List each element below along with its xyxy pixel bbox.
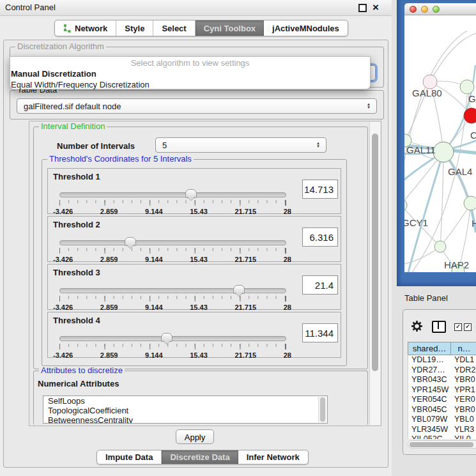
- thresholds-group-title: Threshold's Coordinates for 5 Intervals: [47, 155, 194, 164]
- cell-name[interactable]: YBL0: [450, 415, 476, 425]
- node-gal80[interactable]: [423, 75, 437, 89]
- close-window-icon[interactable]: [410, 6, 417, 13]
- checkbox-icon-1[interactable]: ✓: [454, 323, 462, 331]
- node-hap2[interactable]: [434, 241, 446, 252]
- cell-name[interactable]: YER0: [450, 395, 476, 405]
- slider-track[interactable]: [59, 336, 286, 341]
- float-panel-icon[interactable]: [358, 4, 367, 12]
- cell-shared-name[interactable]: YPR145W: [408, 385, 450, 395]
- tab-jactivemnodules[interactable]: jActiveMNodules: [264, 20, 348, 36]
- cell-shared-name[interactable]: YLR345W: [408, 425, 450, 435]
- cell-name[interactable]: YBR0: [450, 405, 476, 415]
- threshold-slider[interactable]: -3.426 2.859 9.144 15.43 21.715 28: [59, 237, 286, 261]
- cell-shared-name[interactable]: YER054C: [408, 395, 450, 405]
- table-row[interactable]: YIL052C YIL0: [408, 434, 476, 439]
- algorithm-option-equal-width[interactable]: Equal Width/Frequency Discretization: [10, 79, 370, 90]
- slider-thumb[interactable]: [185, 189, 197, 198]
- slider-thumb[interactable]: [161, 333, 173, 342]
- table-header: shared… n…: [408, 342, 476, 355]
- cell-shared-name[interactable]: YIL052C: [408, 434, 450, 439]
- slider-track[interactable]: [59, 288, 286, 293]
- cell-shared-name[interactable]: YBR045C: [408, 405, 450, 415]
- node-h[interactable]: [464, 196, 476, 210]
- node-top-right[interactable]: [460, 80, 474, 94]
- node-label-gal4[interactable]: GAL4: [448, 166, 472, 177]
- column-header-shared-name[interactable]: shared…: [408, 342, 451, 355]
- threshold-value-field[interactable]: 6.316: [302, 227, 338, 247]
- network-window-titlebar[interactable]: [404, 3, 476, 15]
- settings-vertical-scrollbar[interactable]: [369, 122, 380, 425]
- slider-track[interactable]: [59, 240, 286, 245]
- algorithm-option-manual[interactable]: Manual Discretization: [10, 68, 370, 79]
- numerical-attributes-list[interactable]: SelfLoops TopologicalCoefficient Between…: [43, 395, 328, 424]
- node-label-partial-ga[interactable]: GA: [468, 93, 476, 104]
- threshold-value-field[interactable]: 21.4: [302, 275, 338, 295]
- threshold-panel: Threshold 1 -3.426 2.859: [47, 168, 341, 214]
- attribute-list-item[interactable]: BetweennessCentrality: [43, 415, 327, 424]
- network-view-frame[interactable]: GAL80 GA C GAL11 GAL4 GCY1 H HAP2: [397, 0, 476, 286]
- table-data-combobox[interactable]: galFiltered.sif default node ▲▼: [17, 98, 377, 114]
- table-row[interactable]: YBL079W YBL0: [408, 415, 476, 425]
- close-panel-icon[interactable]: ×: [372, 3, 379, 12]
- attributes-scrollbar[interactable]: [318, 397, 326, 422]
- table-row[interactable]: YDR27… YDR2: [408, 365, 476, 376]
- cell-shared-name[interactable]: YBR043C: [408, 375, 450, 385]
- cell-name[interactable]: YPR1: [450, 385, 476, 395]
- node-selected-red[interactable]: [464, 108, 476, 123]
- threshold-slider[interactable]: -3.426 2.859 9.144 15.43 21.715 28: [59, 189, 286, 213]
- split-table-icon[interactable]: [432, 321, 446, 333]
- cell-name[interactable]: YLR3: [450, 425, 476, 435]
- zoom-window-icon[interactable]: [433, 6, 440, 13]
- combo-stepper-icon: ▲▼: [364, 103, 376, 109]
- cell-name[interactable]: YBR0: [450, 375, 476, 385]
- tab-impute-data[interactable]: Impute Data: [97, 450, 162, 464]
- cell-name[interactable]: YIL0: [450, 434, 476, 439]
- slider-thumb[interactable]: [125, 237, 136, 246]
- tab-network[interactable]: Network: [55, 20, 116, 36]
- numerical-attributes-label: Numerical Attributes: [38, 379, 119, 388]
- attribute-list-item[interactable]: SelfLoops: [43, 396, 327, 406]
- node-label-gal11[interactable]: GAL11: [406, 144, 436, 155]
- tab-style[interactable]: Style: [116, 20, 153, 36]
- node-label-hap2[interactable]: HAP2: [444, 259, 469, 270]
- threshold-label: Threshold 2: [53, 220, 100, 229]
- threshold-slider[interactable]: -3.426 2.859 9.144 15.43 21.715 28: [59, 333, 286, 357]
- tab-select[interactable]: Select: [153, 20, 195, 36]
- gear-icon[interactable]: [411, 320, 423, 332]
- attribute-list-item[interactable]: TopologicalCoefficient: [43, 406, 327, 415]
- table-row[interactable]: YBR045C YBR0: [408, 405, 476, 415]
- settings-scrollbar-thumb[interactable]: [372, 134, 378, 371]
- cell-shared-name[interactable]: YBL079W: [408, 415, 450, 425]
- cell-name[interactable]: YDR2: [450, 365, 476, 376]
- table-row[interactable]: YDL19… YDL1: [408, 355, 476, 365]
- network-canvas[interactable]: GAL80 GA C GAL11 GAL4 GCY1 H HAP2: [404, 15, 476, 272]
- table-row[interactable]: YBR043C YBR0: [408, 375, 476, 385]
- cell-shared-name[interactable]: YDL19…: [408, 355, 450, 365]
- checkbox-icon-2[interactable]: ✓: [464, 323, 472, 331]
- tab-infer-network[interactable]: Infer Network: [238, 450, 308, 464]
- minimize-window-icon[interactable]: [421, 6, 428, 13]
- table-row[interactable]: YPR145W YPR1: [408, 385, 476, 395]
- table-horizontal-scrollbar[interactable]: [408, 440, 476, 449]
- cell-shared-name[interactable]: YDR27…: [408, 365, 450, 376]
- threshold-value-field[interactable]: 11.344: [302, 323, 338, 342]
- column-header-name[interactable]: n…: [451, 342, 476, 355]
- tab-discretize-data[interactable]: Discretize Data: [162, 450, 238, 464]
- threshold-slider[interactable]: -3.426 2.859 9.144 15.43 21.715 28: [59, 285, 286, 309]
- tab-cyni-toolbox[interactable]: Cyni Toolbox: [196, 20, 264, 36]
- slider-track[interactable]: [59, 192, 286, 197]
- node-label-gcy1[interactable]: GCY1: [404, 217, 428, 228]
- apply-button[interactable]: Apply: [176, 429, 214, 444]
- cell-name[interactable]: YDL1: [450, 355, 476, 365]
- table-row[interactable]: YLR345W YLR3: [408, 425, 476, 435]
- slider-thumb[interactable]: [233, 285, 245, 294]
- threshold-value-field[interactable]: 14.713: [302, 180, 338, 199]
- node-gal4[interactable]: [433, 142, 454, 162]
- node-label-partial-h[interactable]: H: [472, 218, 476, 229]
- bottom-tab-bar: Impute Data Discretize Data Infer Networ…: [96, 450, 309, 464]
- node-label-gal80[interactable]: GAL80: [412, 88, 442, 98]
- table-row[interactable]: YER054C YER0: [408, 395, 476, 405]
- num-intervals-combobox[interactable]: 5 ▲▼: [155, 137, 326, 153]
- node-label-partial-c[interactable]: C: [470, 130, 476, 141]
- node-gcy1[interactable]: [404, 199, 407, 211]
